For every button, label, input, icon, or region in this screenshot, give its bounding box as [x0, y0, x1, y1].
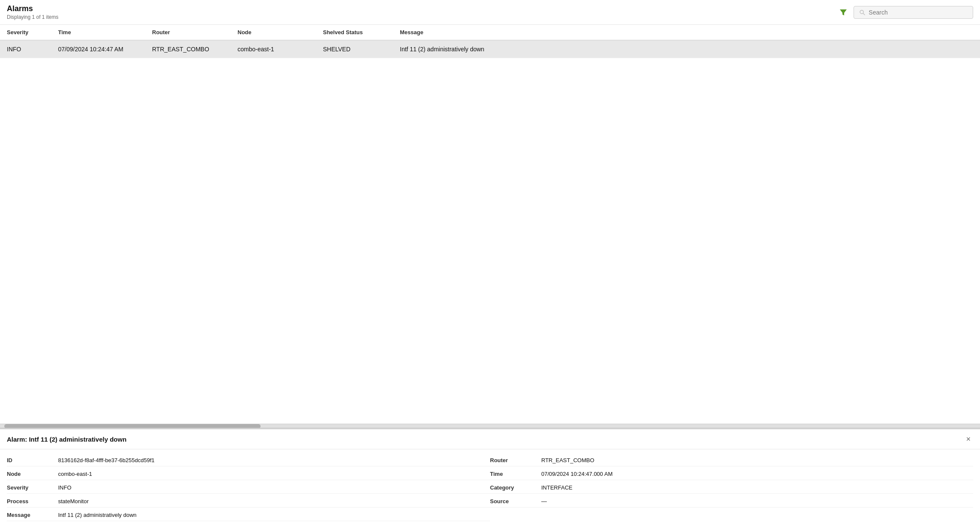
detail-field-label: Process — [7, 498, 58, 504]
detail-field-value: INFO — [58, 484, 71, 491]
col-time: Time — [51, 25, 145, 40]
detail-field-label: Node — [7, 471, 58, 477]
detail-panel: Alarm: Intf 11 (2) administratively down… — [0, 428, 980, 531]
detail-close-button[interactable]: × — [963, 434, 973, 444]
cell-1: 07/09/2024 10:24:47 AM — [51, 40, 145, 58]
detail-row: ProcessstateMonitor — [7, 496, 490, 507]
detail-row: SeverityINFO — [7, 482, 490, 494]
detail-row: ID8136162d-f8af-4fff-be37-6b255dcd59f1 — [7, 454, 490, 466]
detail-field-label: Source — [490, 498, 541, 504]
detail-row: Source— — [490, 496, 973, 507]
alarms-table: Severity Time Router Node Shelved Status… — [0, 25, 980, 58]
toolbar: Alarms Displaying 1 of 1 items — [0, 0, 980, 25]
search-input[interactable] — [869, 9, 968, 16]
col-shelved-status: Shelved Status — [316, 25, 393, 40]
detail-field-value: combo-east-1 — [58, 471, 92, 477]
search-box[interactable] — [854, 6, 973, 19]
detail-header: Alarm: Intf 11 (2) administratively down… — [0, 429, 980, 449]
detail-field-value: RTR_EAST_COMBO — [541, 457, 594, 463]
cell-3: combo-east-1 — [231, 40, 316, 58]
cell-5: Intf 11 (2) administratively down — [393, 40, 980, 58]
detail-title: Alarm: Intf 11 (2) administratively down — [7, 436, 126, 443]
col-router: Router — [145, 25, 231, 40]
detail-field-value: INTERFACE — [541, 484, 572, 491]
detail-body: ID8136162d-f8af-4fff-be37-6b255dcd59f1No… — [0, 449, 980, 531]
detail-field-value: — — [541, 498, 547, 504]
app-container: Alarms Displaying 1 of 1 items — [0, 0, 980, 531]
detail-field-label: Severity — [7, 484, 58, 491]
detail-field-value: stateMonitor — [58, 498, 89, 504]
detail-field-label: Time — [490, 471, 541, 477]
toolbar-right — [837, 6, 973, 19]
page-subtitle: Displaying 1 of 1 items — [7, 14, 59, 20]
detail-field-label: Message — [7, 512, 58, 518]
detail-left-section: ID8136162d-f8af-4fff-be37-6b255dcd59f1No… — [7, 454, 490, 526]
cell-4: SHELVED — [316, 40, 393, 58]
table-row[interactable]: INFO07/09/2024 10:24:47 AMRTR_EAST_COMBO… — [0, 40, 980, 58]
col-node: Node — [231, 25, 316, 40]
scrollbar-thumb[interactable] — [4, 424, 261, 428]
detail-row: Nodecombo-east-1 — [7, 468, 490, 480]
toolbar-left: Alarms Displaying 1 of 1 items — [7, 4, 59, 20]
table-header-row: Severity Time Router Node Shelved Status… — [0, 25, 980, 40]
col-message: Message — [393, 25, 980, 40]
filter-icon[interactable] — [837, 6, 849, 18]
detail-wrapper: Alarm: Intf 11 (2) administratively down… — [0, 428, 980, 531]
detail-field-value: 8136162d-f8af-4fff-be37-6b255dcd59f1 — [58, 457, 155, 463]
svg-line-1 — [863, 13, 865, 15]
detail-right-section: RouterRTR_EAST_COMBOTime07/09/2024 10:24… — [490, 454, 973, 526]
horizontal-scrollbar[interactable] — [0, 424, 980, 428]
detail-field-value: Intf 11 (2) administratively down — [58, 512, 137, 518]
detail-field-value: 07/09/2024 10:24:47.000 AM — [541, 471, 613, 477]
detail-field-label: Category — [490, 484, 541, 491]
cell-0: INFO — [0, 40, 51, 58]
detail-field-label: Router — [490, 457, 541, 463]
search-icon — [859, 9, 866, 16]
page-title: Alarms — [7, 4, 59, 13]
top-panel: Alarms Displaying 1 of 1 items — [0, 0, 980, 428]
col-severity: Severity — [0, 25, 51, 40]
detail-row: RouterRTR_EAST_COMBO — [490, 454, 973, 466]
cell-2: RTR_EAST_COMBO — [145, 40, 231, 58]
detail-row: CategoryINTERFACE — [490, 482, 973, 494]
detail-row: MessageIntf 11 (2) administratively down — [7, 509, 490, 521]
detail-row: Time07/09/2024 10:24:47.000 AM — [490, 468, 973, 480]
detail-field-label: ID — [7, 457, 58, 463]
table-container: Severity Time Router Node Shelved Status… — [0, 25, 980, 424]
